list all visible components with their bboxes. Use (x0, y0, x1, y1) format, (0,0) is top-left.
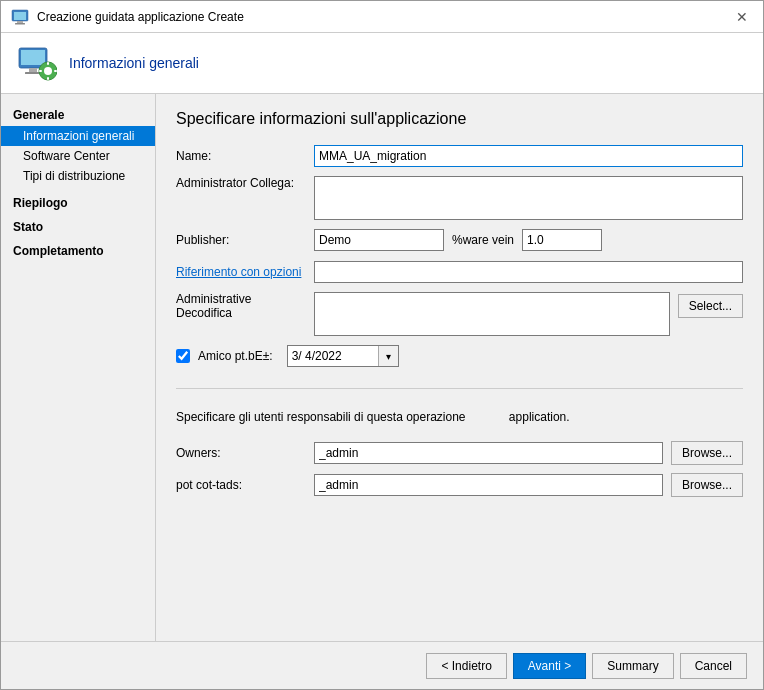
publisher-input[interactable] (314, 229, 444, 251)
footer: < Indietro Avanti > Summary Cancel (1, 641, 763, 689)
svg-rect-5 (21, 50, 45, 65)
svg-rect-11 (47, 77, 49, 80)
sidebar-group-generale: Generale (1, 104, 155, 126)
svg-rect-3 (15, 23, 25, 25)
svg-rect-13 (54, 70, 57, 72)
amico-label: Amico pt.bE±: (198, 349, 273, 363)
name-input[interactable] (314, 145, 743, 167)
info-text: Specificare gli utenti responsabili di q… (176, 410, 570, 424)
main-title: Specificare informazioni sull'applicazio… (176, 110, 743, 128)
administrator-input[interactable] (314, 176, 743, 220)
sidebar-group-stato: Stato (1, 216, 155, 238)
back-button[interactable]: < Indietro (426, 653, 506, 679)
date-input[interactable] (288, 347, 378, 365)
dialog-icon (11, 8, 29, 26)
sidebar-item-tipi-di-distribuzione[interactable]: Tipi di distribuzione (1, 166, 155, 186)
publisher-row: Publisher: %ware vein (176, 228, 743, 252)
administrator-row: Administrator Collega: (176, 176, 743, 220)
info-text-suffix: application. (509, 410, 570, 424)
sidebar: Generale Informazioni generali Software … (1, 94, 156, 641)
title-bar-left: Creazione guidata applicazione Create (11, 8, 244, 26)
svg-point-9 (44, 67, 52, 75)
header-title: Informazioni generali (69, 55, 199, 71)
content-area: Generale Informazioni generali Software … (1, 94, 763, 641)
sidebar-group-riepilogo: Riepilogo (1, 192, 155, 214)
amico-checkbox[interactable] (176, 349, 190, 363)
form-section: Name: Administrator Collega: Publisher: … (176, 144, 743, 497)
pot-label: pot cot-tads: (176, 478, 306, 492)
owners-input[interactable] (314, 442, 663, 464)
svg-rect-2 (17, 21, 23, 23)
main-dialog: Creazione guidata applicazione Create ✕ … (0, 0, 764, 690)
svg-rect-6 (29, 68, 37, 72)
name-row: Name: (176, 144, 743, 168)
header-section: Informazioni generali (1, 33, 763, 94)
info-text-main: Specificare gli utenti responsabili di q… (176, 410, 466, 424)
publisher-label: Publisher: (176, 233, 306, 247)
owners-row: Owners: Browse... (176, 441, 743, 465)
pot-row: pot cot-tads: Browse... (176, 473, 743, 497)
sidebar-item-software-center[interactable]: Software Center (1, 146, 155, 166)
owners-browse-button[interactable]: Browse... (671, 441, 743, 465)
svg-rect-1 (14, 12, 26, 20)
riferimento-label[interactable]: Riferimento con opzioni (176, 265, 306, 279)
next-button[interactable]: Avanti > (513, 653, 586, 679)
riferimento-input[interactable] (314, 261, 743, 283)
divider (176, 388, 743, 389)
administrative-label: Administrative Decodifica (176, 292, 306, 320)
close-button[interactable]: ✕ (731, 6, 753, 28)
cancel-button[interactable]: Cancel (680, 653, 747, 679)
version-label: %ware vein (452, 233, 514, 247)
version-input[interactable] (522, 229, 602, 251)
administrative-row: Administrative Decodifica Select... (176, 292, 743, 336)
header-icon (17, 43, 57, 83)
sidebar-item-informazioni-generali[interactable]: Informazioni generali (1, 126, 155, 146)
administrator-label: Administrator Collega: (176, 176, 306, 190)
administrative-input[interactable] (314, 292, 670, 336)
sidebar-group-completamento: Completamento (1, 240, 155, 262)
date-picker-button[interactable]: ▾ (378, 345, 398, 367)
name-label: Name: (176, 149, 306, 163)
dialog-title: Creazione guidata applicazione Create (37, 10, 244, 24)
pot-input[interactable] (314, 474, 663, 496)
date-input-wrap: ▾ (287, 345, 399, 367)
summary-button[interactable]: Summary (592, 653, 673, 679)
owners-label: Owners: (176, 446, 306, 460)
svg-rect-12 (39, 70, 42, 72)
svg-rect-10 (47, 62, 49, 65)
main-panel: Specificare informazioni sull'applicazio… (156, 94, 763, 641)
info-text-row: Specificare gli utenti responsabili di q… (176, 409, 743, 433)
title-bar: Creazione guidata applicazione Create ✕ (1, 1, 763, 33)
amico-row: Amico pt.bE±: ▾ (176, 344, 743, 368)
riferimento-row: Riferimento con opzioni (176, 260, 743, 284)
select-button[interactable]: Select... (678, 294, 743, 318)
pot-browse-button[interactable]: Browse... (671, 473, 743, 497)
